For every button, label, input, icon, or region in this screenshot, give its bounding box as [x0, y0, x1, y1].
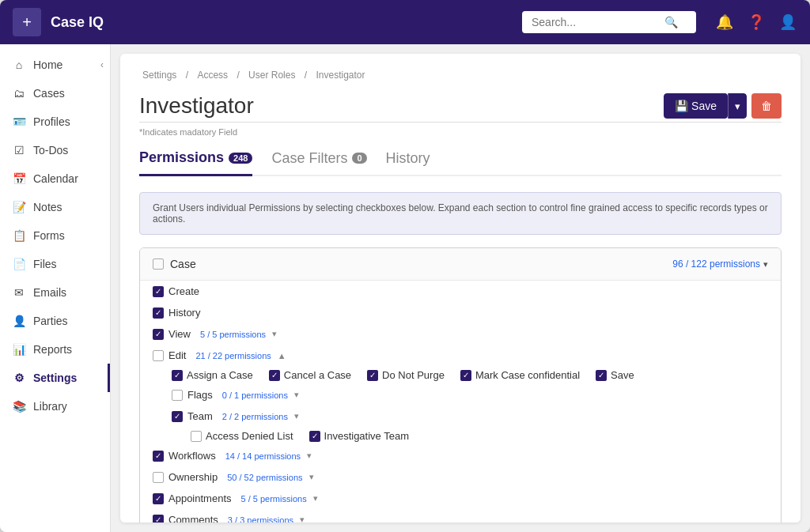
view-checkbox[interactable]	[153, 329, 164, 340]
add-button[interactable]: +	[13, 8, 41, 36]
flags-label: Flags	[187, 389, 213, 401]
investigative-checkbox[interactable]	[309, 431, 320, 442]
breadcrumb-part[interactable]: Access	[197, 70, 228, 81]
sidebar-item-label: To-Dos	[33, 144, 68, 157]
team-children-multi: Access Denied List Investigative Team	[153, 427, 768, 445]
page-title-row: Investigator 💾 Save ▾ 🗑	[139, 93, 782, 119]
perm-row-edit: Edit 21 / 22 permissions ▲	[153, 345, 768, 366]
ownership-expand-icon[interactable]: ▾	[309, 472, 314, 482]
breadcrumb-part[interactable]: Settings	[142, 70, 176, 81]
comments-count[interactable]: 3 / 3 permissions	[228, 515, 293, 523]
comments-label: Comments	[168, 514, 218, 523]
sidebar-item-profiles[interactable]: 🪪 Profiles	[0, 108, 110, 136]
tab-badge-permissions: 248	[229, 153, 252, 164]
view-count[interactable]: 5 / 5 permissions	[200, 330, 266, 339]
sidebar-item-forms[interactable]: 📋 Forms	[0, 221, 110, 250]
section-checkbox[interactable]	[153, 258, 164, 270]
team-count[interactable]: 2 / 2 permissions	[222, 412, 288, 421]
main-layout: ⌂ Home ‹ 🗂 Cases 🪪 Profiles ☑ To-Dos 📅 C…	[0, 44, 810, 532]
tab-case-filters[interactable]: Case Filters 0	[271, 150, 366, 175]
library-icon: 📚	[13, 400, 25, 413]
perm-investigative-team: Investigative Team	[309, 430, 409, 442]
tab-permissions[interactable]: Permissions 248	[139, 149, 252, 176]
view-expand-icon[interactable]: ▾	[272, 329, 277, 339]
workflows-expand-icon[interactable]: ▾	[307, 451, 312, 461]
access-denied-checkbox[interactable]	[191, 431, 202, 442]
sidebar-item-label: Notes	[33, 201, 62, 213]
sidebar-item-label: Home	[33, 58, 62, 71]
sidebar-item-reports[interactable]: 📊 Reports	[0, 335, 110, 364]
appointments-count[interactable]: 5 / 5 permissions	[241, 494, 307, 504]
flags-checkbox[interactable]	[172, 390, 183, 401]
perm-row-appointments: Appointments 5 / 5 permissions ▾	[153, 488, 768, 509]
edit-collapse-icon[interactable]: ▲	[278, 351, 286, 360]
sidebar-item-calendar[interactable]: 📅 Calendar	[0, 164, 110, 193]
appointments-expand-icon[interactable]: ▾	[313, 493, 318, 504]
purge-checkbox[interactable]	[367, 370, 378, 381]
tab-label: Case Filters	[271, 150, 347, 167]
cancel-checkbox[interactable]	[269, 370, 280, 381]
section-chevron-icon[interactable]: ▾	[763, 259, 768, 270]
user-icon[interactable]: 👤	[778, 13, 797, 32]
tab-badge-case-filters: 0	[352, 153, 366, 164]
perm-row-team: Team 2 / 2 permissions ▾	[153, 406, 768, 427]
sidebar-item-settings[interactable]: ⚙ Settings	[0, 364, 110, 392]
app-logo: Case IQ	[51, 14, 513, 31]
flags-count[interactable]: 0 / 1 permissions	[222, 391, 288, 400]
tabs: Permissions 248 Case Filters 0 History	[139, 149, 782, 176]
sidebar-item-emails[interactable]: ✉ Emails	[0, 278, 110, 307]
cases-icon: 🗂	[13, 87, 25, 100]
sidebar-item-library[interactable]: 📚 Library	[0, 392, 110, 421]
tab-label: History	[386, 150, 430, 167]
team-expand-icon[interactable]: ▾	[294, 411, 299, 421]
comments-checkbox[interactable]	[153, 515, 164, 523]
section-count: 96 / 122 permissions ▾	[672, 258, 768, 270]
save-dropdown-button[interactable]: ▾	[728, 93, 747, 119]
save-button[interactable]: 💾 Save	[664, 93, 728, 119]
sidebar-collapse-icon[interactable]: ‹	[100, 59, 104, 70]
sidebar-item-todos[interactable]: ☑ To-Dos	[0, 136, 110, 164]
sidebar-item-notes[interactable]: 📝 Notes	[0, 193, 110, 221]
save-icon: 💾	[675, 100, 688, 112]
parties-icon: 👤	[13, 315, 25, 327]
create-checkbox[interactable]	[153, 286, 164, 297]
sidebar: ⌂ Home ‹ 🗂 Cases 🪪 Profiles ☑ To-Dos 📅 C…	[0, 44, 111, 532]
perm-row-ownership: Ownership 50 / 52 permissions ▾	[153, 466, 768, 488]
tab-label: Permissions	[139, 149, 224, 166]
comments-expand-icon[interactable]: ▾	[300, 515, 305, 523]
permissions-section-header: Case 96 / 122 permissions ▾	[140, 248, 781, 281]
ownership-count[interactable]: 50 / 52 permissions	[227, 473, 302, 482]
breadcrumb-part[interactable]: User Roles	[248, 70, 295, 81]
ownership-checkbox[interactable]	[153, 472, 164, 483]
workflows-checkbox[interactable]	[153, 451, 164, 462]
search-input[interactable]	[532, 16, 658, 28]
workflows-count[interactable]: 14 / 14 permissions	[225, 451, 301, 461]
sidebar-item-home[interactable]: ⌂ Home ‹	[0, 51, 110, 79]
edit-checkbox[interactable]	[153, 350, 164, 361]
breadcrumb-separator: /	[186, 70, 191, 81]
perm-row-view: View 5 / 5 permissions ▾	[153, 323, 768, 345]
sidebar-item-files[interactable]: 📄 Files	[0, 250, 110, 278]
sidebar-item-label: Forms	[33, 229, 65, 242]
flags-expand-icon[interactable]: ▾	[294, 390, 299, 400]
tab-history[interactable]: History	[386, 150, 430, 175]
sidebar-item-label: Settings	[33, 372, 77, 384]
edit-count[interactable]: 21 / 22 permissions	[195, 351, 271, 360]
sidebar-item-cases[interactable]: 🗂 Cases	[0, 79, 110, 108]
save-perm-checkbox[interactable]	[596, 370, 607, 381]
delete-button[interactable]: 🗑	[751, 93, 782, 119]
sidebar-item-parties[interactable]: 👤 Parties	[0, 307, 110, 335]
title-actions: 💾 Save ▾ 🗑	[664, 93, 782, 119]
save-label: Save	[691, 100, 717, 112]
create-label: Create	[168, 285, 199, 297]
appointments-checkbox[interactable]	[153, 493, 164, 504]
perm-row-workflows: Workflows 14 / 14 permissions ▾	[153, 445, 768, 466]
section-name: Case	[170, 258, 196, 270]
team-checkbox[interactable]	[172, 411, 183, 422]
assign-checkbox[interactable]	[172, 370, 183, 381]
confidential-checkbox[interactable]	[460, 370, 471, 381]
help-icon[interactable]: ❓	[747, 13, 766, 32]
bell-icon[interactable]: 🔔	[715, 13, 734, 32]
permissions-body: Create History View 5 / 5 permissions ▾	[140, 281, 781, 523]
history-checkbox[interactable]	[153, 308, 164, 319]
